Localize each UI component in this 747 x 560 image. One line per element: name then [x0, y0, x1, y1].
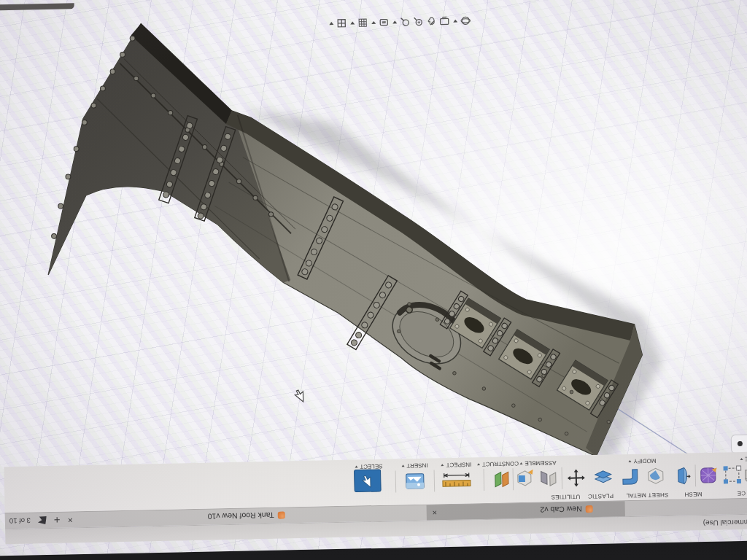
- measure-icon[interactable]: [441, 467, 473, 491]
- grid-settings-icon[interactable]: [357, 18, 368, 28]
- monitor-screen: mmercial Use) New Cab v2 × Tank Roof New…: [0, 0, 747, 556]
- dropdown-arrow-icon[interactable]: [329, 22, 333, 25]
- panel-modify[interactable]: MODIFY: [628, 457, 656, 464]
- new-component-icon[interactable]: [515, 466, 536, 490]
- mesh-body-icon[interactable]: [697, 462, 720, 486]
- dropdown-arrow-icon[interactable]: [453, 20, 457, 23]
- view-navigation-bar: [325, 12, 471, 31]
- tab-utilities[interactable]: UTILITIES: [551, 493, 580, 500]
- mouse-cursor: [293, 388, 304, 402]
- tab-overflow-icon[interactable]: [38, 516, 47, 524]
- zoom-icon[interactable]: [400, 16, 411, 27]
- new-tab-icon[interactable]: +: [54, 513, 61, 528]
- display-settings-icon[interactable]: [379, 17, 390, 28]
- fillet-icon[interactable]: [619, 464, 640, 488]
- application-chrome: mmercial Use) New Cab v2 × Tank Roof New…: [4, 453, 747, 545]
- sheetmetal-flange-icon[interactable]: [670, 462, 692, 486]
- panel-create-partial[interactable]: E: [740, 456, 747, 462]
- panel-construct[interactable]: CONSTRUCT: [477, 460, 519, 467]
- document-tab-label[interactable]: New Cab v2: [540, 505, 581, 515]
- orbit-icon[interactable]: [460, 15, 471, 26]
- zoom-in-icon[interactable]: [413, 16, 424, 27]
- offset-layers-icon[interactable]: [592, 464, 614, 488]
- tab-bar-controls: × + 3 of 10: [9, 512, 73, 529]
- tab-mesh[interactable]: MESH: [684, 491, 703, 497]
- document-tab-inactive[interactable]: Tank Roof New v10: [208, 508, 285, 525]
- close-tab-icon[interactable]: ×: [67, 512, 72, 527]
- shell-icon[interactable]: [645, 463, 666, 487]
- pan-hand-icon[interactable]: [426, 16, 437, 27]
- move-icon[interactable]: [565, 463, 587, 489]
- document-icon: [586, 506, 593, 513]
- marker-dot-icon: [738, 441, 743, 446]
- marker-pill[interactable]: [731, 435, 747, 454]
- panel-insert[interactable]: INSERT: [401, 462, 427, 470]
- document-tab-label[interactable]: Tank Roof New v10: [208, 511, 274, 521]
- dropdown-arrow-icon[interactable]: [350, 21, 355, 24]
- tab-plastic[interactable]: PLASTIC: [588, 492, 614, 499]
- dropdown-arrow-icon[interactable]: [371, 21, 376, 24]
- tab-surface-partial[interactable]: CE: [737, 490, 746, 497]
- tab-sheet-metal[interactable]: SHEET METAL: [626, 491, 668, 499]
- panel-assemble[interactable]: ASSEMBLE: [519, 459, 556, 467]
- insert-canvas-icon[interactable]: [404, 468, 427, 492]
- dropdown-arrow-icon[interactable]: [392, 20, 397, 23]
- panel-select[interactable]: SELECT: [355, 463, 382, 470]
- look-at-icon[interactable]: [439, 15, 450, 26]
- joint-planes-icon[interactable]: [538, 465, 559, 489]
- close-tab-icon[interactable]: ×: [433, 508, 438, 518]
- panel-inspect[interactable]: INSPECT: [441, 461, 472, 468]
- document-icon: [278, 512, 285, 519]
- mesh-selection-icon[interactable]: [721, 462, 743, 486]
- tab-overflow-counter: 3 of 10: [9, 517, 31, 526]
- viewports-icon[interactable]: [336, 18, 347, 28]
- construct-plane-icon[interactable]: [492, 466, 513, 490]
- window-title: mmercial Use): [703, 518, 747, 527]
